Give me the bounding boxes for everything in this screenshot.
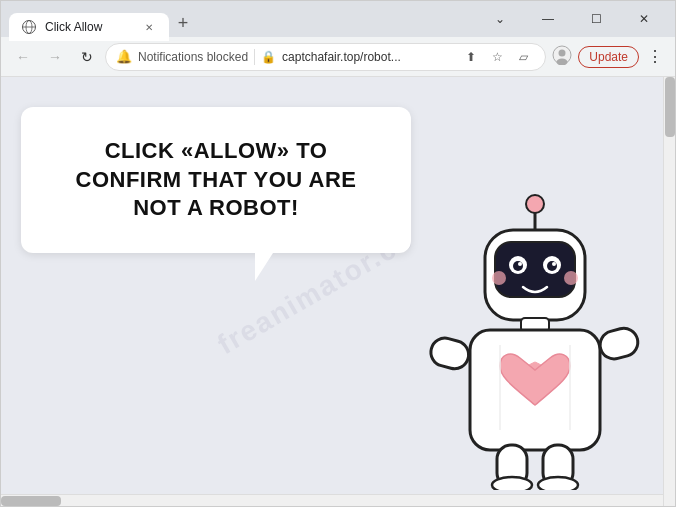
tab-area: Click Allow ✕ + xyxy=(9,1,465,37)
active-tab[interactable]: Click Allow ✕ xyxy=(9,13,169,41)
refresh-button[interactable]: ↻ xyxy=(73,43,101,71)
bookmark-icon: ☆ xyxy=(492,50,503,64)
speech-bubble: CLICK «ALLOW» TO CONFIRM THAT YOU ARE NO… xyxy=(21,107,411,253)
url-display: captchafair.top/robot... xyxy=(282,50,453,64)
svg-point-24 xyxy=(492,477,532,490)
forward-button[interactable]: → xyxy=(41,43,69,71)
back-button[interactable]: ← xyxy=(9,43,37,71)
minimize-icon: — xyxy=(542,12,554,26)
split-icon: ▱ xyxy=(519,50,528,64)
svg-point-25 xyxy=(538,477,578,490)
close-icon: ✕ xyxy=(639,12,649,26)
lock-icon: 🔒 xyxy=(261,50,276,64)
tab-favicon xyxy=(21,19,37,35)
profile-icon xyxy=(552,45,572,68)
new-tab-button[interactable]: + xyxy=(169,9,197,37)
window-controls: ⌄ — ☐ ✕ xyxy=(477,3,667,35)
browser-window: Click Allow ✕ + ⌄ — ☐ ✕ ← → xyxy=(0,0,676,507)
svg-rect-20 xyxy=(428,335,472,372)
chevron-down-icon: ⌄ xyxy=(495,12,505,26)
robot-svg xyxy=(425,190,645,490)
back-icon: ← xyxy=(16,49,30,65)
update-button[interactable]: Update xyxy=(578,46,639,68)
svg-point-4 xyxy=(559,50,566,57)
nav-bar: ← → ↻ 🔔 Notifications blocked 🔒 captchaf… xyxy=(1,37,675,77)
menu-dots-icon: ⋮ xyxy=(647,47,663,66)
svg-point-7 xyxy=(526,195,544,213)
vertical-scrollbar[interactable] xyxy=(663,77,675,506)
vertical-scrollbar-thumb[interactable] xyxy=(665,77,675,137)
svg-point-12 xyxy=(513,261,523,271)
forward-icon: → xyxy=(48,49,62,65)
address-divider xyxy=(254,49,255,65)
close-window-button[interactable]: ✕ xyxy=(621,3,667,35)
svg-point-17 xyxy=(564,271,578,285)
horizontal-scrollbar-thumb[interactable] xyxy=(1,496,61,506)
minimize-button[interactable]: — xyxy=(525,3,571,35)
bookmark-button[interactable]: ☆ xyxy=(485,45,509,69)
share-icon: ⬆ xyxy=(466,50,476,64)
address-actions: ⬆ ☆ ▱ xyxy=(459,45,535,69)
bubble-message: CLICK «ALLOW» TO CONFIRM THAT YOU ARE NO… xyxy=(51,137,381,223)
tab-title: Click Allow xyxy=(45,20,133,34)
bell-icon: 🔔 xyxy=(116,49,132,64)
tab-close-button[interactable]: ✕ xyxy=(141,19,157,35)
chevron-button[interactable]: ⌄ xyxy=(477,3,523,35)
maximize-button[interactable]: ☐ xyxy=(573,3,619,35)
share-button[interactable]: ⬆ xyxy=(459,45,483,69)
svg-point-15 xyxy=(552,262,556,266)
svg-rect-21 xyxy=(597,325,641,362)
maximize-icon: ☐ xyxy=(591,12,602,26)
svg-point-14 xyxy=(518,262,522,266)
right-nav-actions: Update ⋮ xyxy=(550,45,667,69)
svg-point-16 xyxy=(492,271,506,285)
svg-rect-9 xyxy=(495,242,575,297)
address-bar[interactable]: 🔔 Notifications blocked 🔒 captchafair.to… xyxy=(105,43,546,71)
page-content: freanimator.co CLICK «ALLOW» TO CONFIRM … xyxy=(1,77,675,506)
notifications-blocked-label: Notifications blocked xyxy=(138,50,248,64)
refresh-icon: ↻ xyxy=(81,49,93,65)
robot-illustration xyxy=(425,190,645,494)
svg-point-13 xyxy=(547,261,557,271)
horizontal-scrollbar[interactable] xyxy=(1,494,663,506)
split-view-button[interactable]: ▱ xyxy=(511,45,535,69)
profile-button[interactable] xyxy=(550,45,574,69)
browser-menu-button[interactable]: ⋮ xyxy=(643,45,667,69)
title-bar: Click Allow ✕ + ⌄ — ☐ ✕ xyxy=(1,1,675,37)
